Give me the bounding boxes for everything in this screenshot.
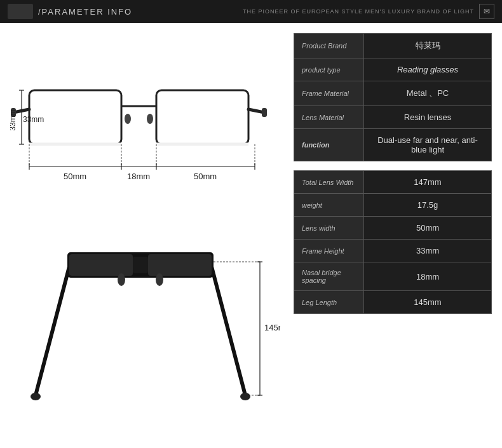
header-title: /PARAMETER INFO xyxy=(38,7,132,17)
main-content: 33mm 50mm xyxy=(0,23,502,448)
glasses-side-svg: 145mm xyxy=(13,224,280,421)
spec-value-0: 特莱玛 xyxy=(364,34,492,58)
spec-value-3: Resin lenses xyxy=(364,106,492,129)
svg-text:33mm: 33mm xyxy=(23,115,44,124)
svg-point-31 xyxy=(240,393,250,400)
specs-table-1: Product Brand特莱玛product typeReading glas… xyxy=(294,33,492,161)
logo-box xyxy=(8,4,33,19)
svg-line-29 xyxy=(210,262,245,395)
spec2-value-1: 17.5g xyxy=(364,194,492,217)
spec2-value-0: 147mm xyxy=(364,171,492,194)
spec2-label-2: Lens width xyxy=(294,217,364,240)
spec2-label-4: Nasal bridge spacing xyxy=(294,262,364,291)
svg-rect-35 xyxy=(133,257,148,273)
svg-rect-1 xyxy=(156,90,248,144)
svg-line-28 xyxy=(36,262,71,395)
spec-label-0: Product Brand xyxy=(294,34,364,58)
svg-text:145mm: 145mm xyxy=(264,323,280,332)
spec-value-1: Reading glasses xyxy=(364,58,492,81)
glasses-front-diagram: 33mm 50mm xyxy=(10,33,283,217)
svg-text:50mm: 50mm xyxy=(194,172,217,181)
glasses-front-svg: 33mm 50mm xyxy=(10,33,277,217)
svg-text:18mm: 18mm xyxy=(127,172,150,181)
svg-rect-34 xyxy=(148,254,212,276)
svg-point-8 xyxy=(147,114,153,124)
spec2-value-4: 18mm xyxy=(364,262,492,291)
spec-value-4: Dual-use far and near, anti-blue light xyxy=(364,129,492,161)
svg-point-30 xyxy=(31,393,41,400)
svg-rect-33 xyxy=(69,254,133,276)
spec-value-2: Metal 、PC xyxy=(364,81,492,106)
header-right: THE PIONEER OF EUROPEAN STYLE MEN'S LUXU… xyxy=(243,4,494,19)
svg-rect-6 xyxy=(262,108,267,117)
spec2-label-5: Leg Length xyxy=(294,291,364,314)
spec-label-1: product type xyxy=(294,58,364,81)
spec2-label-0: Total Lens Width xyxy=(294,171,364,194)
svg-point-7 xyxy=(125,114,131,124)
specs-table-2: Total Lens Width147mmweight17.5gLens wid… xyxy=(294,170,492,314)
svg-point-36 xyxy=(118,273,125,286)
front-view-container: 33mm 50mm xyxy=(10,33,283,217)
spec2-value-3: 33mm xyxy=(364,240,492,262)
mail-icon[interactable]: ✉ xyxy=(479,4,494,19)
header: /PARAMETER INFO THE PIONEER OF EUROPEAN … xyxy=(0,0,502,23)
svg-text:33mm: 33mm xyxy=(10,109,17,130)
header-left: /PARAMETER INFO xyxy=(8,4,132,19)
spec2-value-5: 145mm xyxy=(364,291,492,314)
svg-point-37 xyxy=(156,273,163,286)
spec2-label-3: Frame Height xyxy=(294,240,364,262)
spec2-label-1: weight xyxy=(294,194,364,217)
right-panel: Product Brand特莱玛product typeReading glas… xyxy=(294,33,492,438)
svg-text:50mm: 50mm xyxy=(64,172,86,181)
glasses-side-diagram: 145mm xyxy=(10,224,283,421)
header-tagline: THE PIONEER OF EUROPEAN STYLE MEN'S LUXU… xyxy=(243,8,474,15)
spec-label-3: Lens Material xyxy=(294,106,364,129)
spec-label-2: Frame Material xyxy=(294,81,364,106)
spec-label-4: function xyxy=(294,129,364,161)
spec2-value-2: 50mm xyxy=(364,217,492,240)
left-panel: 33mm 50mm xyxy=(10,33,283,438)
